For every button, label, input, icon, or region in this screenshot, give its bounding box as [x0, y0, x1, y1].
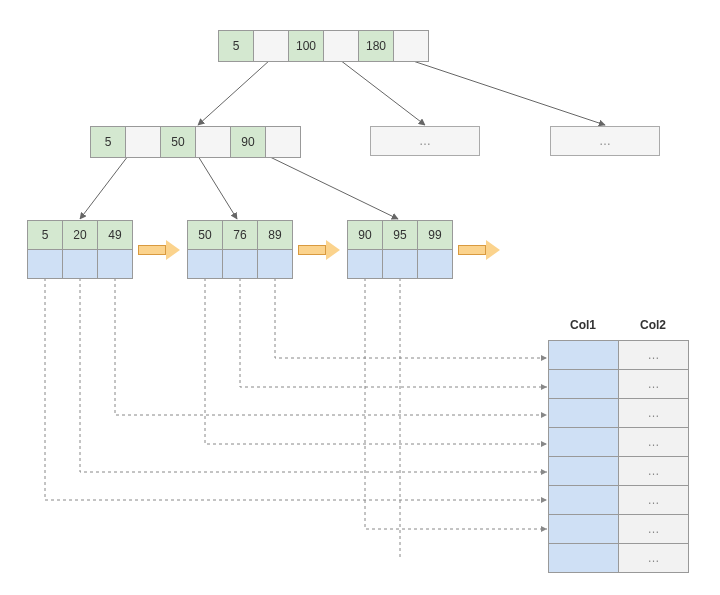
leaf-data-cell — [382, 250, 417, 278]
leaf-data-cell — [347, 250, 382, 278]
key-cell: 100 — [288, 31, 323, 61]
table-cell-col2: … — [618, 544, 688, 572]
leaf-key-cell: 49 — [97, 221, 132, 249]
table-cell-col1 — [548, 341, 618, 369]
key-cell: 180 — [358, 31, 393, 61]
table-row: … — [548, 486, 688, 515]
leaf-data-cell — [417, 250, 452, 278]
btree-leaf-node: 50 76 89 — [187, 220, 293, 279]
svg-line-0 — [198, 60, 270, 125]
table-cell-col1 — [548, 370, 618, 398]
leaf-key-cell: 76 — [222, 221, 257, 249]
leaf-data-cell — [62, 250, 97, 278]
svg-line-4 — [198, 156, 237, 219]
btree-internal-node: 5 50 90 — [90, 126, 301, 158]
btree-leaf-node: 90 95 99 — [347, 220, 453, 279]
table-row: … — [548, 515, 688, 544]
svg-line-1 — [340, 60, 425, 125]
pointer-cell — [393, 31, 428, 61]
table-row: … — [548, 399, 688, 428]
table-cell-col1 — [548, 515, 618, 543]
table-row: … — [548, 428, 688, 457]
svg-line-5 — [268, 156, 398, 219]
leaf-link-arrow-icon — [298, 240, 340, 260]
svg-line-2 — [410, 60, 605, 125]
table-cell-col2: … — [618, 341, 688, 369]
key-cell: 5 — [90, 127, 125, 157]
table-cell-col2: … — [618, 457, 688, 485]
btree-internal-placeholder: … — [550, 126, 660, 156]
key-cell: 90 — [230, 127, 265, 157]
leaf-data-cell — [222, 250, 257, 278]
leaf-link-arrow-icon — [458, 240, 500, 260]
svg-line-3 — [80, 156, 128, 219]
table-cell-col2: … — [618, 486, 688, 514]
table-cell-col2: … — [618, 370, 688, 398]
table-row: … — [548, 370, 688, 399]
table-cell-col2: … — [618, 399, 688, 427]
pointer-cell — [125, 127, 160, 157]
table-cell-col1 — [548, 544, 618, 572]
pointer-cell — [195, 127, 230, 157]
table-cell-col2: … — [618, 428, 688, 456]
leaf-key-cell: 89 — [257, 221, 292, 249]
data-table: … … … … … … … … — [548, 340, 689, 573]
leaf-key-cell: 50 — [187, 221, 222, 249]
leaf-data-cell — [27, 250, 62, 278]
btree-internal-placeholder: … — [370, 126, 480, 156]
leaf-link-arrow-icon — [138, 240, 180, 260]
leaf-data-cell — [257, 250, 292, 278]
table-cell-col1 — [548, 428, 618, 456]
table-row: … — [548, 341, 688, 370]
btree-leaf-node: 5 20 49 — [27, 220, 133, 279]
leaf-key-cell: 20 — [62, 221, 97, 249]
table-cell-col1 — [548, 457, 618, 485]
leaf-key-cell: 90 — [347, 221, 382, 249]
leaf-data-cell — [187, 250, 222, 278]
table-row: … — [548, 457, 688, 486]
key-cell: 50 — [160, 127, 195, 157]
pointer-cell — [253, 31, 288, 61]
key-cell: 5 — [218, 31, 253, 61]
table-cell-col1 — [548, 399, 618, 427]
table-cell-col1 — [548, 486, 618, 514]
table-cell-col2: … — [618, 515, 688, 543]
leaf-data-cell — [97, 250, 132, 278]
pointer-cell — [323, 31, 358, 61]
pointer-cell — [265, 127, 300, 157]
table-row: … — [548, 544, 688, 573]
leaf-key-cell: 95 — [382, 221, 417, 249]
table-header-col2: Col2 — [618, 318, 688, 332]
table-header-col1: Col1 — [548, 318, 618, 332]
btree-root-node: 5 100 180 — [218, 30, 429, 62]
leaf-key-cell: 99 — [417, 221, 452, 249]
leaf-key-cell: 5 — [27, 221, 62, 249]
